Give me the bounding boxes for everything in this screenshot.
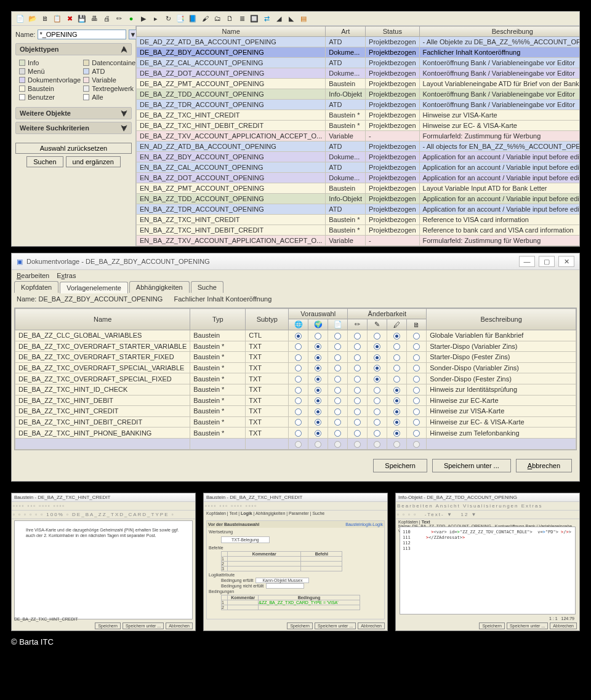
radio[interactable] [354, 376, 361, 383]
table-row[interactable]: DE_BA_ZZ_PMT_ACCOUNT_OPENINGBausteinProj… [137, 79, 580, 89]
tool-icon[interactable]: ▶ [139, 14, 148, 23]
radio[interactable] [295, 333, 302, 340]
table-row[interactable]: DE_AD_ZZ_ATD_BA_ACCOUNT_OPENINGATDProjek… [137, 37, 580, 47]
radio[interactable] [334, 387, 341, 394]
table-row[interactable]: EN_BA_ZZ_CAL_ACCOUNT_OPENINGATDProjektbe… [137, 162, 580, 173]
radio[interactable] [334, 376, 341, 383]
template-row[interactable]: DE_BA_ZZ_CLC_GLOBAL_VARIABLESBausteinCTL… [15, 330, 576, 341]
radio[interactable] [374, 333, 380, 340]
type-checkbox-alle[interactable]: Alle [83, 93, 138, 101]
radio[interactable] [393, 397, 400, 404]
search-name-input[interactable] [38, 30, 126, 39]
radio[interactable] [354, 333, 361, 340]
radio[interactable] [393, 408, 400, 415]
radio[interactable] [393, 419, 400, 426]
col-aenderbarkeit[interactable]: Änderbarkeit [348, 309, 427, 319]
radio[interactable] [354, 365, 361, 372]
search-button[interactable]: Suchen [26, 156, 63, 167]
radio[interactable] [393, 343, 400, 350]
tool-icon[interactable]: 🗋 [225, 14, 235, 23]
tool-icon[interactable]: ↻ [163, 14, 173, 23]
save-as-button[interactable]: Speichern unter ... [123, 622, 164, 629]
table-row[interactable]: EN_BA_ZZ_TDR_ACCOUNT_OPENINGATDProjektbe… [137, 204, 580, 215]
type-checkbox-variable[interactable]: Variable [83, 76, 138, 84]
radio[interactable] [315, 343, 321, 350]
radio[interactable] [374, 343, 380, 350]
tool-icon[interactable]: 🖶 [89, 14, 99, 23]
table-row[interactable]: DE_BA_ZZ_CAL_ACCOUNT_OPENINGATDProjektbe… [137, 58, 580, 68]
radio[interactable] [393, 365, 400, 372]
radio[interactable] [374, 365, 380, 372]
tab-abhängigkeiten[interactable]: Abhängigkeiten [129, 281, 190, 293]
radio[interactable] [413, 441, 420, 448]
radio[interactable] [295, 419, 302, 426]
radio[interactable] [334, 343, 341, 350]
table-row[interactable]: EN_BA_ZZ_TXC_HINT_DEBIT_CREDITBaustein *… [137, 225, 580, 236]
type-checkbox-benutzer[interactable]: Benutzer [19, 93, 81, 101]
col-name[interactable]: Name [15, 309, 190, 330]
table-row[interactable]: DE_BA_ZZ_TDD_ACCOUNT_OPENINGInfo-ObjektP… [137, 89, 580, 100]
save-as-button[interactable]: Speichern unter ... [315, 622, 356, 629]
radio[interactable] [295, 365, 302, 372]
radio[interactable] [315, 365, 321, 372]
radio[interactable] [354, 441, 361, 448]
cancel-button[interactable]: Abbrechen [550, 622, 577, 629]
radio[interactable] [354, 419, 361, 426]
radio[interactable] [413, 397, 420, 404]
template-row[interactable]: DE_BA_ZZ_TXC_HINT_DEBITBaustein *TXTHinw… [15, 395, 576, 406]
radio[interactable] [354, 430, 361, 437]
radio[interactable] [413, 333, 420, 340]
radio[interactable] [334, 397, 341, 404]
section-objekttypen[interactable]: Objekttypen ⮝ [15, 43, 132, 55]
tool-icon[interactable]: 🖨 [102, 14, 111, 23]
tab-vorlagenelemente[interactable]: Vorlagenelemente [60, 282, 128, 293]
type-checkbox-menü[interactable]: Menü [19, 68, 81, 75]
col-beschreibung[interactable]: Beschreibung [427, 309, 576, 330]
type-checkbox-info[interactable]: Info [19, 59, 81, 66]
tool-icon[interactable]: ▤ [299, 14, 308, 23]
radio[interactable] [315, 397, 321, 404]
tool-icon[interactable]: 💾 [77, 14, 87, 23]
radio[interactable] [374, 397, 380, 404]
radio[interactable] [315, 376, 321, 383]
radio[interactable] [393, 354, 400, 361]
template-row[interactable]: DE_BA_ZZ_TXC_HINT_PHONE_BANKINGBaustein … [15, 428, 576, 439]
table-row[interactable]: DE_BA_ZZ_BDY_ACCOUNT_OPENINGDokume...Pro… [137, 47, 580, 58]
tab-kopfdaten[interactable]: Kopfdaten [14, 281, 58, 293]
radio[interactable] [413, 343, 420, 350]
radio[interactable] [354, 343, 361, 350]
tool-icon[interactable]: 🗎 [40, 14, 50, 23]
template-row[interactable]: DE_BA_ZZ_TXC_OVERDRAFT_STARTER_FIXEDBaus… [15, 352, 576, 363]
cancel-button[interactable]: Abbrechen [516, 459, 572, 472]
radio[interactable] [393, 441, 400, 448]
template-row[interactable]: DE_BA_ZZ_TXC_HINT_CREDITBaustein *TXTHin… [15, 406, 576, 417]
table-row[interactable]: EN_AD_ZZ_ATD_BA_ACCOUNT_OPENINGATDProjek… [137, 141, 580, 152]
radio[interactable] [393, 333, 400, 340]
table-row[interactable]: EN_BA_ZZ_TDD_ACCOUNT_OPENINGInfo-ObjektP… [137, 194, 580, 204]
reset-button[interactable]: Auswahl zurücksetzen [15, 143, 132, 154]
radio[interactable] [374, 387, 380, 394]
tool-icon[interactable]: 📋 [52, 14, 62, 23]
tool-icon[interactable]: 🖌 [200, 14, 210, 23]
tool-icon[interactable]: ● [126, 14, 136, 23]
table-row[interactable]: DE_BA_ZZ_TXV_ACCOUNT_APPLICATION_ACCEPT_… [137, 131, 580, 141]
table-row[interactable]: EN_BA_ZZ_TXC_HINT_CREDITBaustein *Projek… [137, 215, 580, 225]
save-button[interactable]: Speichern [287, 622, 313, 629]
grid-column[interactable]: Art [326, 26, 366, 37]
close-button[interactable]: ✕ [558, 256, 574, 267]
radio[interactable] [413, 365, 420, 372]
radio[interactable] [413, 430, 420, 437]
radio[interactable] [413, 354, 420, 361]
template-row[interactable]: DE_BA_ZZ_TXC_HINT_DEBIT_CREDITBaustein *… [15, 416, 576, 428]
radio[interactable] [295, 441, 302, 448]
save-button[interactable]: Speichern [95, 622, 121, 629]
maximize-button[interactable]: ▢ [539, 256, 555, 267]
tool-icon[interactable]: 🗂 [212, 14, 222, 23]
radio[interactable] [374, 419, 380, 426]
radio[interactable] [295, 430, 302, 437]
radio[interactable] [393, 376, 400, 383]
cancel-button[interactable]: Abbrechen [166, 622, 193, 629]
menu-bearbeiten[interactable]: Bearbeiten [17, 272, 49, 279]
radio[interactable] [393, 430, 400, 437]
radio[interactable] [315, 354, 321, 361]
